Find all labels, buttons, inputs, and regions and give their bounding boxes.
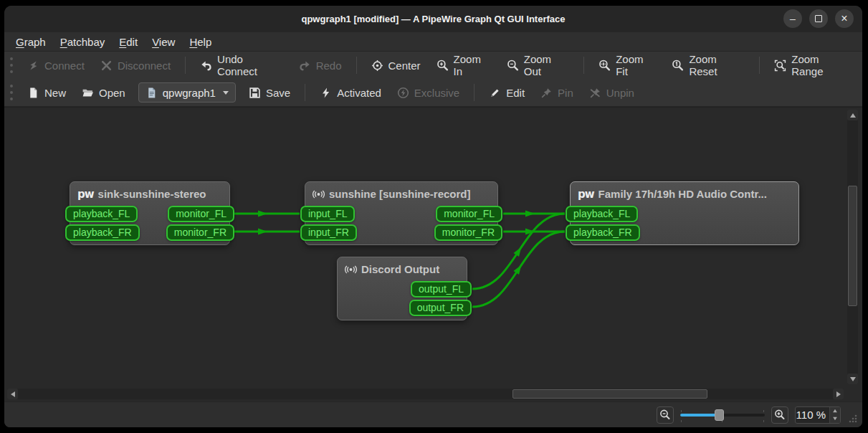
statusbar: 110 % xyxy=(4,401,862,427)
minimize-button[interactable]: – xyxy=(783,9,802,28)
graph-node-sink-sunshine-stereo[interactable]: pw sink-sunshine-stereo playback_FL moni… xyxy=(70,181,230,245)
slider-handle[interactable] xyxy=(715,409,724,421)
save-button[interactable]: Save xyxy=(242,82,297,103)
node-header: pw Family 17h/19h HD Audio Contr... xyxy=(571,182,798,206)
broadcast-icon xyxy=(345,263,357,275)
graph-canvas[interactable]: pw sink-sunshine-stereo playback_FL moni… xyxy=(4,107,862,401)
slider-tick xyxy=(681,410,682,412)
vertical-scrollbar-thumb[interactable] xyxy=(848,186,857,306)
zoom-range-button[interactable]: Zoom Range xyxy=(767,54,858,76)
edit-label: Edit xyxy=(506,87,525,99)
window-controls: – × xyxy=(783,9,854,28)
graph-node-discord-output[interactable]: Discord Output output_FL output_FR xyxy=(337,257,467,320)
menu-view[interactable]: View xyxy=(145,34,182,50)
spin-up-button[interactable] xyxy=(830,407,840,415)
zoom-in-icon xyxy=(437,60,449,72)
slider-tick xyxy=(763,420,764,422)
redo-label: Redo xyxy=(316,60,342,72)
toolbar-drag-handle[interactable] xyxy=(10,57,13,73)
zoom-reset-icon xyxy=(672,60,684,72)
patchbay-selector[interactable]: qpwgraph1 xyxy=(138,82,236,103)
zoom-spinbox[interactable]: 110 % xyxy=(795,406,841,424)
zoom-spinbox-value[interactable]: 110 % xyxy=(796,407,829,423)
edit-button[interactable]: Edit xyxy=(482,82,532,103)
center-label: Center xyxy=(388,60,421,72)
horizontal-scrollbar-thumb[interactable] xyxy=(512,389,707,399)
titlebar[interactable]: qpwgraph1 [modified] — A PipeWire Graph … xyxy=(4,6,862,32)
menu-help[interactable]: Help xyxy=(182,34,219,50)
port-input_FL[interactable]: input_FL xyxy=(300,206,355,222)
statusbar-zoom-in-button[interactable] xyxy=(771,406,788,424)
scroll-up-button[interactable] xyxy=(847,110,858,120)
new-button[interactable]: New xyxy=(20,82,73,103)
center-icon xyxy=(371,60,383,72)
port-playback_FL[interactable]: playback_FL xyxy=(65,206,138,222)
undo-connect-label: Undo Connect xyxy=(217,53,283,77)
zoom-range-icon xyxy=(774,60,786,72)
port-input_FR[interactable]: input_FR xyxy=(300,224,357,241)
toolbar-separator xyxy=(185,57,186,74)
scroll-right-button[interactable] xyxy=(833,389,844,399)
port-playback_FL[interactable]: playback_FL xyxy=(566,206,638,222)
exclusive-button[interactable]: Exclusive xyxy=(390,82,467,103)
scroll-down-button[interactable] xyxy=(847,373,858,384)
unpin-label: Unpin xyxy=(606,87,634,99)
statusbar-zoom-out-button[interactable] xyxy=(657,406,674,424)
port-output_FL[interactable]: output_FL xyxy=(411,281,472,298)
disconnect-button[interactable]: Disconnect xyxy=(93,54,178,76)
port-playback_FR[interactable]: playback_FR xyxy=(65,224,140,241)
menu-edit[interactable]: Edit xyxy=(112,34,145,50)
zoom-slider[interactable] xyxy=(680,407,765,423)
unpin-button[interactable]: Unpin xyxy=(582,82,642,103)
port-playback_FR[interactable]: playback_FR xyxy=(566,224,640,241)
undo-connect-button[interactable]: Undo Connect xyxy=(193,54,290,76)
patchbay-toolbar: New Open qpwgraph1 Save Acti xyxy=(4,79,862,107)
zoom-fit-label: Zoom Fit xyxy=(616,53,656,77)
toolbar-separator xyxy=(759,57,760,74)
zoom-out-icon xyxy=(507,60,519,72)
pin-button[interactable]: Pin xyxy=(533,82,581,103)
window-title: qpwgraph1 [modified] — A PipeWire Graph … xyxy=(301,14,565,24)
port-monitor_FL[interactable]: monitor_FL xyxy=(168,206,234,222)
disconnect-icon xyxy=(100,60,113,72)
port-monitor_FR[interactable]: monitor_FR xyxy=(166,224,234,241)
horizontal-scrollbar[interactable] xyxy=(7,389,844,399)
zoom-in-icon xyxy=(774,409,786,421)
window-resize-grip[interactable] xyxy=(848,414,858,424)
toolbar-drag-handle[interactable] xyxy=(10,85,13,100)
connect-button[interactable]: Connect xyxy=(20,54,92,76)
broadcast-icon xyxy=(313,188,325,200)
scroll-left-button[interactable] xyxy=(7,389,18,399)
zoom-in-button[interactable]: Zoom In xyxy=(429,54,498,76)
center-button[interactable]: Center xyxy=(364,54,428,76)
open-button[interactable]: Open xyxy=(75,82,133,103)
arrow-up-icon xyxy=(850,113,856,118)
arrow-left-icon xyxy=(11,391,15,397)
redo-button[interactable]: Redo xyxy=(292,54,349,76)
zoom-fit-button[interactable]: Zoom Fit xyxy=(591,54,663,76)
slider-tick xyxy=(681,420,682,422)
port-output_FR[interactable]: output_FR xyxy=(409,300,472,316)
menu-graph[interactable]: Graph xyxy=(9,34,53,50)
zoom-range-label: Zoom Range xyxy=(791,53,851,77)
spin-down-button[interactable] xyxy=(830,415,840,423)
undo-icon xyxy=(200,60,212,72)
pipewire-icon: pw xyxy=(77,188,94,201)
graph-node-sunshine[interactable]: sunshine [sunshine-record] input_FL moni… xyxy=(305,181,498,245)
port-monitor_FL[interactable]: monitor_FL xyxy=(436,206,502,222)
vertical-scrollbar[interactable] xyxy=(847,110,858,384)
zoom-out-label: Zoom Out xyxy=(524,53,569,77)
zoom-out-button[interactable]: Zoom Out xyxy=(500,54,576,76)
node-header: pw sink-sunshine-stereo xyxy=(70,182,229,206)
graph-node-family-hd-audio[interactable]: pw Family 17h/19h HD Audio Contr... play… xyxy=(570,181,799,245)
menu-patchbay[interactable]: Patchbay xyxy=(53,34,113,50)
close-button[interactable]: × xyxy=(835,9,854,28)
node-title: sink-sunshine-stereo xyxy=(98,188,206,200)
zoom-reset-button[interactable]: Zoom Reset xyxy=(664,54,752,76)
pin-icon xyxy=(540,87,553,99)
maximize-button[interactable] xyxy=(809,9,828,28)
app-window: qpwgraph1 [modified] — A PipeWire Graph … xyxy=(4,6,862,427)
zoom-fit-icon xyxy=(598,60,611,72)
activated-button[interactable]: Activated xyxy=(313,82,388,103)
port-monitor_FR[interactable]: monitor_FR xyxy=(434,224,502,241)
